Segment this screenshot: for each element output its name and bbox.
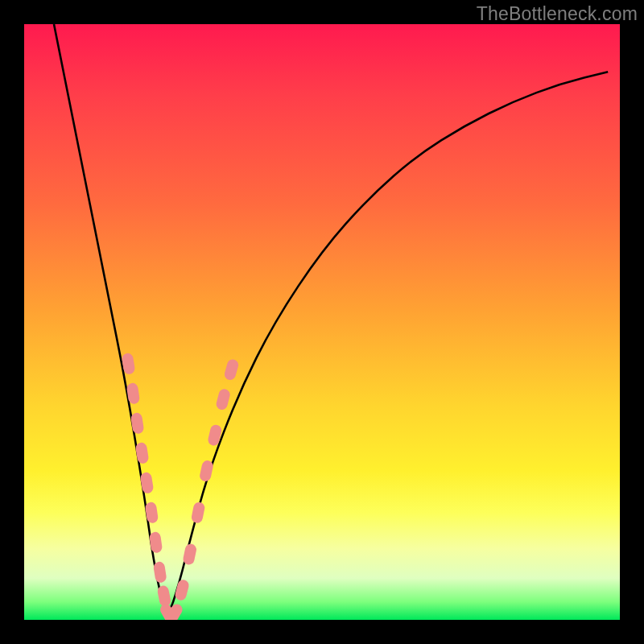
curve-marker (223, 358, 239, 382)
curve-marker (174, 579, 190, 602)
plot-area (24, 24, 620, 620)
outer-frame: TheBottleneck.com (0, 0, 644, 644)
curve-marker (153, 561, 167, 584)
curve-marker (182, 543, 197, 565)
curve-marker (156, 584, 171, 607)
watermark-text: TheBottleneck.com (477, 3, 638, 25)
curve-marker (139, 472, 154, 494)
curve-marker (135, 442, 150, 464)
curve-marker (145, 502, 159, 524)
bottleneck-curve (54, 24, 608, 609)
curve-marker (199, 460, 214, 482)
curve-marker (215, 388, 231, 411)
curve-marker (149, 531, 163, 554)
curve-path (54, 24, 608, 609)
curve-marker (130, 412, 145, 435)
chart-svg (24, 24, 620, 620)
curve-marker (191, 502, 206, 524)
